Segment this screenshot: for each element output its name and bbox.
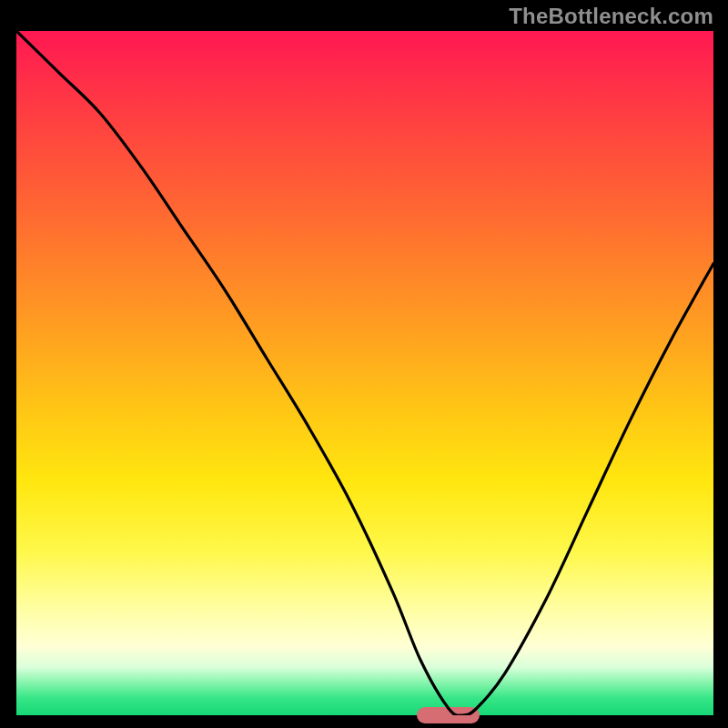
chart-frame: TheBottleneck.com — [0, 0, 728, 728]
bottleneck-curve — [16, 31, 713, 715]
watermark-text: TheBottleneck.com — [509, 4, 713, 29]
curve-path — [16, 31, 713, 715]
plot-area — [16, 31, 713, 715]
